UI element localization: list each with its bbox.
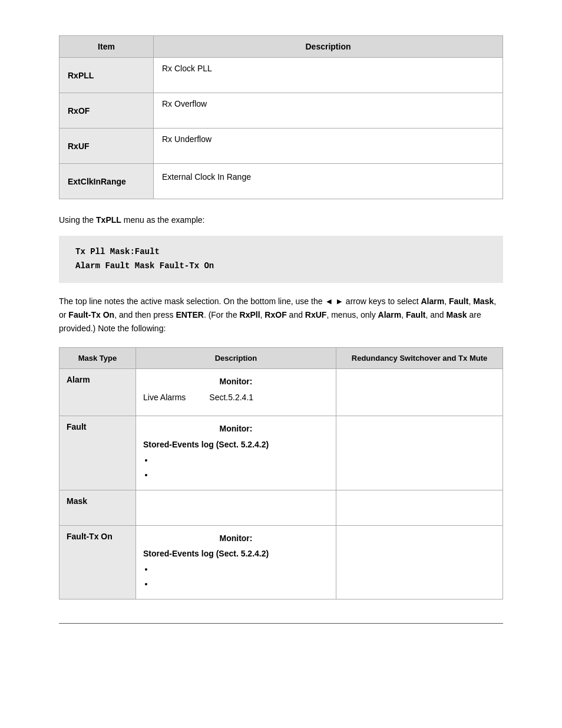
right-arrow-icon: ► xyxy=(335,297,343,306)
desc-comma5: , xyxy=(401,310,406,319)
col-header-item: Item xyxy=(59,36,154,58)
alarm-sect: Sect.5.2.4.1 xyxy=(209,391,253,404)
desc-rxof: Rx Overflow xyxy=(154,93,503,129)
desc-bold6: RxPll xyxy=(240,310,260,319)
prose-bold: TxPLL xyxy=(96,215,121,225)
item-description-table: Item Description RxPLL Rx Clock PLL RxOF… xyxy=(59,35,503,199)
desc-part6: , menus, only xyxy=(326,310,378,319)
table-row: RxPLL Rx Clock PLL xyxy=(59,58,503,93)
table-row: Alarm Monitor: Live Alarms Sect.5.2.4.1 xyxy=(59,369,503,416)
table-row: Mask xyxy=(59,490,503,525)
table-row: Fault-Tx On Monitor: Stored-Events log (… xyxy=(59,525,503,599)
redundancy-alarm xyxy=(336,369,503,416)
mask-type-mask: Mask xyxy=(59,490,136,525)
table-row: RxOF Rx Overflow xyxy=(59,93,503,129)
desc-part4: . (For the xyxy=(204,310,240,319)
desc-comma1: , xyxy=(444,297,449,306)
desc-bold8: RxUF xyxy=(305,310,327,319)
desc-fault: Monitor: Stored-Events log (Sect. 5.2.4.… xyxy=(136,416,336,490)
alarm-live-alarms: Live Alarms xyxy=(143,391,186,404)
code-block: Tx Pll Mask:Fault Alarm Fault Mask Fault… xyxy=(59,236,503,283)
desc-alarm: Monitor: Live Alarms Sect.5.2.4.1 xyxy=(136,369,336,416)
table-row: RxUF Rx Underflow xyxy=(59,129,503,164)
desc-bold4: Fault-Tx On xyxy=(68,310,114,319)
mask-type-fault: Fault xyxy=(59,416,136,490)
redundancy-fault xyxy=(336,416,503,490)
desc-bold9: Alarm xyxy=(378,310,402,319)
fault-bullet-list xyxy=(143,454,329,482)
item-rxuf: RxUF xyxy=(59,129,154,164)
fault-tx-monitor-label: Monitor: xyxy=(143,532,329,545)
prose-text1: Using the xyxy=(59,215,96,225)
item-extclkinrange: ExtClkInRange xyxy=(59,164,154,199)
col-header-description: Description xyxy=(154,36,503,58)
description-paragraph: The top line notes the active mask selec… xyxy=(59,295,503,335)
mask-type-table: Mask Type Description Redundancy Switcho… xyxy=(59,347,503,599)
desc-bold11: Mask xyxy=(447,310,467,319)
desc-part3: , and then press xyxy=(114,310,176,319)
desc-part1: The top line notes the active mask selec… xyxy=(59,297,325,306)
fault-monitor-label: Monitor: xyxy=(143,422,329,435)
code-line1: Tx Pll Mask:Fault xyxy=(75,245,487,259)
footer-divider xyxy=(59,623,503,628)
alarm-monitor-label: Monitor: xyxy=(143,375,329,388)
redundancy-fault-tx-on xyxy=(336,525,503,599)
col-header-desc: Description xyxy=(136,348,336,369)
desc-bold7: RxOF xyxy=(265,310,286,319)
desc-part7: , and xyxy=(425,310,446,319)
desc-bold3: Mask xyxy=(473,297,494,306)
code-line2: Alarm Fault Mask Fault-Tx On xyxy=(75,259,487,274)
list-item xyxy=(154,578,329,591)
fault-tx-bullet-list xyxy=(143,564,329,591)
prose-text2: menu as the example: xyxy=(121,215,205,225)
redundancy-mask xyxy=(336,490,503,525)
list-item xyxy=(154,564,329,576)
item-rxof: RxOF xyxy=(59,93,154,129)
fault-stored-events: Stored-Events log (Sect. 5.2.4.2) xyxy=(143,438,329,451)
desc-fault-tx-on: Monitor: Stored-Events log (Sect. 5.2.4.… xyxy=(136,525,336,599)
alarm-desc-line: Live Alarms Sect.5.2.4.1 xyxy=(143,391,329,404)
desc-rxpll: Rx Clock PLL xyxy=(154,58,503,93)
fault-tx-stored-events: Stored-Events log (Sect. 5.2.4.2) xyxy=(143,547,329,560)
desc-part5: and xyxy=(287,310,305,319)
desc-bold5: ENTER xyxy=(176,310,203,319)
list-item xyxy=(154,469,329,482)
mask-type-alarm: Alarm xyxy=(59,369,136,416)
table-row: ExtClkInRange External Clock In Range xyxy=(59,164,503,199)
desc-bold10: Fault xyxy=(406,310,425,319)
desc-extclkinrange: External Clock In Range xyxy=(154,164,503,199)
desc-rxuf: Rx Underflow xyxy=(154,129,503,164)
desc-bold2: Fault xyxy=(449,297,468,306)
col-header-mask-type: Mask Type xyxy=(59,348,136,369)
desc-mask xyxy=(136,490,336,525)
list-item xyxy=(154,454,329,467)
desc-part2: arrow keys to select xyxy=(343,297,421,306)
table-row: Fault Monitor: Stored-Events log (Sect. … xyxy=(59,416,503,490)
left-arrow-icon: ◄ xyxy=(325,297,333,306)
col-header-redundancy: Redundancy Switchover and Tx Mute xyxy=(336,348,503,369)
desc-bold1: Alarm xyxy=(421,297,444,306)
item-rxpll: RxPLL xyxy=(59,58,154,93)
prose-paragraph: Using the TxPLL menu as the example: xyxy=(59,213,503,226)
mask-type-fault-tx-on: Fault-Tx On xyxy=(59,525,136,599)
